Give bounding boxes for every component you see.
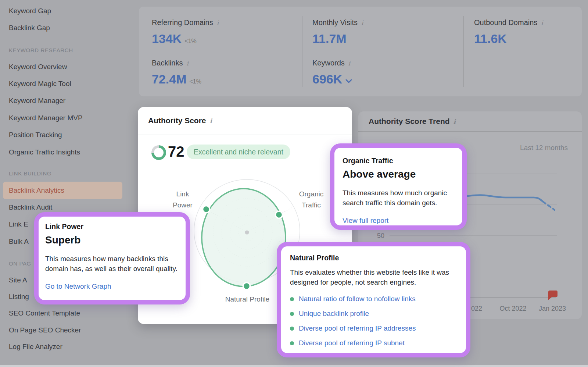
sidebar-item-backlink-analytics[interactable]: Backlink Analytics [9,185,64,196]
axis-label-link-power: Power [173,201,193,209]
metric-referring-domains: Referring Domainsi 134K<1% [152,18,219,49]
metric-label: Backlinks [152,59,183,67]
radar-point-organic-traffic [276,211,283,218]
bullet-link-ip-addresses[interactable]: Diverse pool of referring IP addresses [290,321,456,336]
radar-area [202,189,286,286]
axis-label-organic-traffic: Traffic [302,201,321,209]
bullet-dot-icon [290,341,294,345]
metric-keywords: Keywordsi 696K [312,58,352,86]
sidebar-item-seo-content-template[interactable]: SEO Content Template [9,308,80,318]
tooltip-rating: Superb [45,234,180,247]
sidebar-item-keyword-manager-mvp[interactable]: Keyword Manager MVP [9,113,83,123]
bullet-dot-icon [290,327,294,331]
info-icon[interactable]: i [361,19,363,26]
axis-label-organic-traffic: Organic [299,190,324,198]
info-icon[interactable]: i [541,19,543,26]
sidebar-item-bulk-a[interactable]: Bulk A [9,236,29,247]
bullet-label: Diverse pool of referring IP subnet [299,339,405,347]
x-tick-jul-2022: 022 [471,305,482,312]
sidebar-item-keyword-gap[interactable]: Keyword Gap [9,6,51,16]
sidebar-item-log-file-analyzer[interactable]: Log File Analyzer [9,342,62,352]
sidebar-section-keyword-research: KEYWORD RESEARCH [9,46,73,54]
stats-divider [463,16,464,87]
backlink-analytics-page: Keyword Gap Backlink Gap KEYWORD RESEARC… [0,0,588,367]
tooltip-natural-profile: Natural Profile This evaluates whether t… [277,242,470,357]
bullet-link-follow-ratio[interactable]: Natural ratio of follow to nofollow link… [290,292,456,306]
stats-divider [302,16,302,87]
bullet-dot-icon [290,312,294,316]
bullet-label: Natural ratio of follow to nofollow link… [299,295,416,303]
axis-label-link-power: Link [176,190,189,198]
bullet-link-unique-profile[interactable]: Unique backlink profile [290,306,456,321]
radar-point-natural-profile [243,283,250,290]
sidebar-item-link-e[interactable]: Link E [9,219,28,229]
metric-value: 72.4M [152,72,187,86]
info-icon[interactable]: i [217,19,219,26]
bullet-label: Unique backlink profile [299,310,369,318]
metric-delta: <1% [184,38,196,44]
view-full-report-link[interactable]: View full report [343,217,388,225]
metric-label: Outbound Domains [474,18,537,26]
x-tick-jan-2023: Jan 2023 [539,305,566,312]
metric-label: Referring Domains [152,18,213,26]
metric-label: Monthly Visits [312,18,358,26]
sidebar-item-position-tracking[interactable]: Position Tracking [9,130,62,140]
info-icon[interactable]: i [186,60,188,67]
metric-delta: <1% [190,78,201,85]
tooltip-title: Organic Traffic [343,156,456,165]
bottom-edge [0,365,588,367]
keywords-dropdown[interactable]: 696K [312,72,352,86]
sidebar-item-site-a[interactable]: Site A [9,275,27,285]
sidebar-section-on-page: ON PAG [9,260,31,268]
x-tick-oct-2022: Oct 2022 [499,305,526,312]
sidebar-item-backlink-audit[interactable]: Backlink Audit [9,202,52,213]
metric-label: Keywords [312,59,345,67]
tooltip-body: This measures how much organic search tr… [343,188,456,208]
metric-backlinks: Backlinksi 72.4M<1% [152,58,201,89]
sidebar-item-organic-traffic-insights[interactable]: Organic Traffic Insights [9,147,80,157]
info-icon[interactable]: i [348,60,350,67]
sidebar-item-backlink-gap[interactable]: Backlink Gap [9,23,50,33]
sidebar-item-keyword-manager[interactable]: Keyword Manager [9,96,65,106]
bullet-dot-icon [290,297,294,301]
metric-outbound-domains: Outbound Domainsi 11.6K [474,18,543,46]
axis-label-natural-profile: Natural Profile [225,295,269,303]
sidebar-item-listing[interactable]: Listing [9,292,29,302]
tooltip-link-power: Link Power Superb This measures how many… [34,212,190,304]
annotation-flag-icon[interactable] [548,291,557,300]
domain-overview-stats: Referring Domainsi 134K<1% Backlinksi 72… [139,7,582,96]
tooltip-title: Link Power [45,222,180,231]
radar-point-link-power [203,206,210,213]
bullet-link-ip-subnet[interactable]: Diverse pool of referring IP subnet [290,336,456,350]
sidebar-section-link-building: LINK BUILDING [9,170,51,178]
bottom-divider [0,358,588,358]
metric-value: 11.6K [474,32,507,46]
tooltip-title: Natural Profile [290,253,456,263]
sidebar-item-on-page-seo-checker[interactable]: On Page SEO Checker [9,325,81,335]
chevron-down-icon [345,79,352,83]
sidebar-item-keyword-overview[interactable]: Keyword Overview [9,62,67,72]
trend-line-dashed-tail [543,202,555,210]
sidebar-item-keyword-magic-tool[interactable]: Keyword Magic Tool [9,79,71,89]
tooltip-rating: Above average [343,168,456,181]
go-to-network-graph-link[interactable]: Go to Network Graph [45,282,111,291]
bullet-label: Diverse pool of referring IP addresses [299,324,416,332]
tooltip-organic-traffic: Organic Traffic Above average This measu… [330,143,467,230]
metric-value: 696K [312,72,342,86]
metric-monthly-visits: Monthly Visitsi 11.7M [312,18,363,46]
authority-score-trend-line [456,195,543,202]
tooltip-body: This measures how many backlinks this do… [45,254,180,274]
metric-value: 11.7M [312,32,347,46]
y-tick-50: 50 [377,232,384,239]
metric-value: 134K [152,32,182,46]
tooltip-body: This evaluates whether this website feel… [290,268,456,287]
